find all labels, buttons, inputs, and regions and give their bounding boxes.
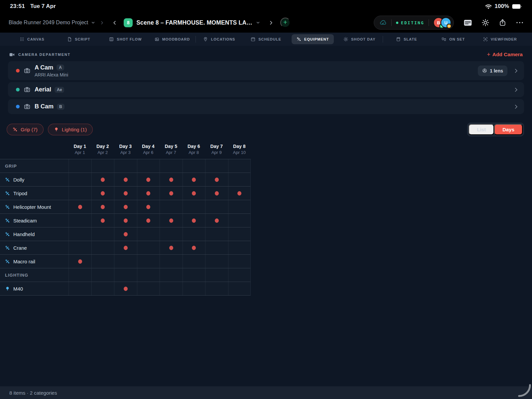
usage-cell-day-6[interactable] xyxy=(183,187,205,200)
equipment-row-crane[interactable]: Crane xyxy=(0,241,250,255)
usage-cell-day-1[interactable] xyxy=(68,282,91,295)
add-scene-button[interactable]: + xyxy=(280,18,290,28)
usage-cell-day-1[interactable] xyxy=(68,200,91,213)
tab-equipment[interactable]: EQUIPMENT xyxy=(292,34,334,44)
equipment-label-cell[interactable]: Dolly xyxy=(0,173,68,186)
avatar[interactable]: U xyxy=(441,17,451,28)
usage-cell-day-1[interactable] xyxy=(68,214,91,227)
tab-shot-flow[interactable]: SHOT FLOW xyxy=(104,34,147,44)
equipment-row-handheld[interactable]: Handheld xyxy=(0,227,250,241)
view-toggle-list[interactable]: List xyxy=(468,124,494,135)
usage-cell-day-7[interactable] xyxy=(205,282,228,295)
usage-cell-day-7[interactable] xyxy=(205,241,228,254)
usage-cell-day-2[interactable] xyxy=(91,227,114,241)
usage-cell-day-4[interactable] xyxy=(137,227,160,241)
equipment-label-cell[interactable]: Tripod xyxy=(0,187,68,200)
usage-cell-day-5[interactable] xyxy=(160,214,183,227)
equipment-label-cell[interactable]: M40 xyxy=(0,282,68,295)
usage-cell-day-4[interactable] xyxy=(137,200,160,213)
tab-shoot-day[interactable]: SHOOT DAY xyxy=(338,34,380,44)
usage-cell-day-5[interactable] xyxy=(160,241,183,254)
usage-cell-day-3[interactable] xyxy=(114,214,137,227)
filter-chip-grip-7[interactable]: Grip (7) xyxy=(7,124,44,135)
brightness-icon[interactable] xyxy=(482,19,489,26)
tab-moodboard[interactable]: MOODBOARD xyxy=(150,34,195,44)
tab-on-set[interactable]: ON SET xyxy=(437,34,470,44)
collaboration-pill[interactable]: EDITING BU xyxy=(374,16,454,30)
usage-cell-day-5[interactable] xyxy=(160,255,183,268)
usage-cell-day-5[interactable] xyxy=(160,200,183,213)
tab-schedule[interactable]: SCHEDULE xyxy=(246,34,286,44)
usage-cell-day-3[interactable] xyxy=(114,227,137,241)
usage-cell-day-3[interactable] xyxy=(114,173,137,186)
usage-cell-day-6[interactable] xyxy=(183,255,205,268)
usage-cell-day-5[interactable] xyxy=(160,187,183,200)
equipment-label-cell[interactable]: Macro rail xyxy=(0,255,68,268)
equipment-label-cell[interactable]: Helicopter Mount xyxy=(0,200,68,213)
lens-count-pill[interactable]: 1 lens xyxy=(478,66,507,76)
usage-cell-day-4[interactable] xyxy=(137,241,160,254)
usage-cell-day-1[interactable] xyxy=(68,241,91,254)
usage-cell-day-3[interactable] xyxy=(114,187,137,200)
usage-cell-day-3[interactable] xyxy=(114,255,137,268)
usage-cell-day-1[interactable] xyxy=(68,173,91,186)
camera-row-b-cam[interactable]: B CamB xyxy=(8,99,524,114)
usage-cell-day-7[interactable] xyxy=(205,200,228,213)
usage-cell-day-6[interactable] xyxy=(183,214,205,227)
usage-cell-day-8[interactable] xyxy=(228,187,251,200)
camera-row-a-cam[interactable]: A CamAARRI Alexa Mini1 lens xyxy=(8,61,524,80)
usage-cell-day-1[interactable] xyxy=(68,187,91,200)
tab-canvas[interactable]: CANVAS xyxy=(15,34,50,44)
equipment-row-macro-rail[interactable]: Macro rail xyxy=(0,255,250,268)
equipment-row-dolly[interactable]: Dolly xyxy=(0,173,250,187)
usage-cell-day-2[interactable] xyxy=(91,173,114,186)
usage-cell-day-2[interactable] xyxy=(91,214,114,227)
add-camera-button[interactable]: + Add Camera xyxy=(487,52,523,58)
equipment-label-cell[interactable]: Crane xyxy=(0,241,68,254)
usage-cell-day-8[interactable] xyxy=(228,214,251,227)
usage-cell-day-7[interactable] xyxy=(205,173,228,186)
usage-cell-day-8[interactable] xyxy=(228,200,251,213)
usage-cell-day-7[interactable] xyxy=(205,227,228,241)
usage-cell-day-4[interactable] xyxy=(137,173,160,186)
chevron-right-icon[interactable] xyxy=(513,68,519,73)
usage-cell-day-1[interactable] xyxy=(68,227,91,241)
tab-slate[interactable]: SLATE xyxy=(391,34,422,44)
tab-locations[interactable]: LOCATIONS xyxy=(198,34,240,44)
usage-cell-day-7[interactable] xyxy=(205,187,228,200)
usage-cell-day-8[interactable] xyxy=(228,241,251,254)
usage-cell-day-6[interactable] xyxy=(183,282,205,295)
filter-chip-lighting-1[interactable]: Lighting (1) xyxy=(48,124,93,135)
usage-cell-day-2[interactable] xyxy=(91,187,114,200)
equipment-label-cell[interactable]: Handheld xyxy=(0,227,68,241)
scene-chevron-down-icon[interactable] xyxy=(256,21,260,25)
usage-cell-day-2[interactable] xyxy=(91,255,114,268)
keyboard-icon[interactable] xyxy=(464,20,472,26)
usage-cell-day-5[interactable] xyxy=(160,173,183,186)
usage-cell-day-6[interactable] xyxy=(183,200,205,213)
usage-cell-day-6[interactable] xyxy=(183,173,205,186)
usage-cell-day-4[interactable] xyxy=(137,187,160,200)
view-toggle-days[interactable]: Days xyxy=(494,124,523,135)
usage-cell-day-5[interactable] xyxy=(160,227,183,241)
chevron-right-icon[interactable] xyxy=(513,87,519,92)
usage-cell-day-5[interactable] xyxy=(160,282,183,295)
usage-cell-day-8[interactable] xyxy=(228,255,251,268)
usage-cell-day-3[interactable] xyxy=(114,241,137,254)
usage-cell-day-6[interactable] xyxy=(183,241,205,254)
tab-script[interactable]: SCRIPT xyxy=(62,34,95,44)
usage-cell-day-8[interactable] xyxy=(228,173,251,186)
share-icon[interactable] xyxy=(499,19,506,26)
usage-cell-day-8[interactable] xyxy=(228,227,251,241)
usage-cell-day-4[interactable] xyxy=(137,214,160,227)
equipment-row-helicopter-mount[interactable]: Helicopter Mount xyxy=(0,200,250,214)
equipment-row-tripod[interactable]: Tripod xyxy=(0,187,250,200)
usage-cell-day-3[interactable] xyxy=(114,282,137,295)
usage-cell-day-7[interactable] xyxy=(205,255,228,268)
usage-cell-day-8[interactable] xyxy=(228,282,251,295)
equipment-label-cell[interactable]: Steadicam xyxy=(0,214,68,227)
usage-cell-day-4[interactable] xyxy=(137,255,160,268)
forward-button[interactable] xyxy=(269,20,274,25)
tab-viewfinder[interactable]: VIEWFINDER xyxy=(478,34,522,44)
camera-row-aerial[interactable]: AerialAe xyxy=(8,82,524,97)
